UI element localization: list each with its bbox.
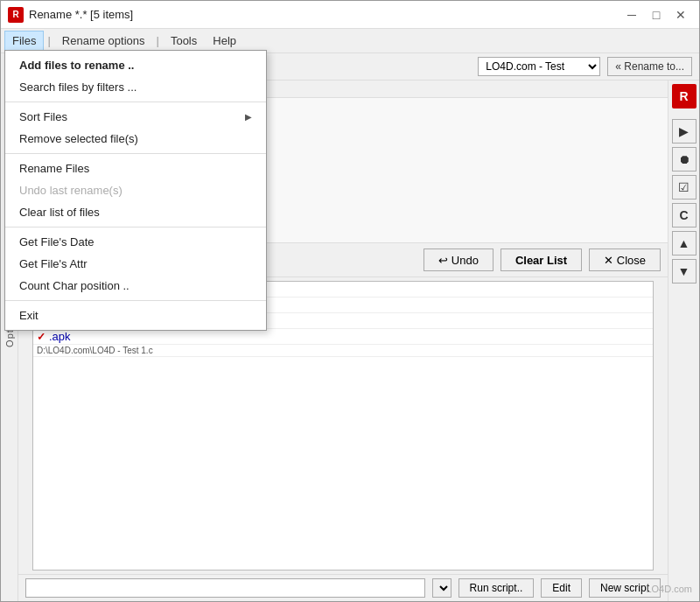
edit-button[interactable]: Edit	[541, 578, 582, 598]
menu-rename-options[interactable]: Rename options	[54, 31, 153, 51]
watermark: LO4D.com	[646, 584, 692, 594]
menu-item-exit[interactable]: Exit	[5, 304, 266, 326]
rename-to-button[interactable]: « Rename to...	[607, 57, 692, 76]
menu-item-get-date[interactable]: Get File's Date	[5, 231, 266, 253]
play-button[interactable]: ▶	[672, 119, 696, 144]
record-button[interactable]: ⏺	[672, 147, 696, 172]
menu-item-undo-rename: Undo last rename(s)	[5, 179, 266, 201]
c-button[interactable]: C	[672, 203, 696, 228]
title-bar-left: R Rename *.* [5 items]	[8, 7, 133, 23]
menu-item-rename-files[interactable]: Rename Files	[5, 158, 266, 179]
files-dropdown-menu: Add files to rename .. Search files by f…	[4, 50, 267, 331]
app-logo: R	[672, 84, 696, 108]
check-button[interactable]: ☑	[672, 175, 696, 200]
file-path: D:\LO4D.com\LO4D - Test 1.c	[37, 346, 153, 355]
main-window: R Rename *.* [5 items] ─ □ ✕ Files | Ren…	[0, 0, 700, 602]
script-dropdown[interactable]	[432, 578, 452, 598]
script-input[interactable]	[25, 578, 425, 598]
menu-divider-1	[5, 102, 266, 102]
menu-divider-4	[5, 300, 266, 301]
menu-item-get-attr[interactable]: Get File's Attr	[5, 253, 266, 275]
menu-item-remove-selected[interactable]: Remove selected file(s)	[5, 128, 266, 150]
menu-divider-3	[5, 227, 266, 228]
menu-item-sort-files[interactable]: Sort Files ▶	[5, 106, 266, 128]
menu-item-add-files[interactable]: Add files to rename ..	[5, 54, 266, 76]
clear-list-button[interactable]: Clear List	[500, 248, 582, 271]
minimize-button[interactable]: ─	[620, 5, 643, 24]
down-button[interactable]: ▼	[672, 259, 696, 284]
list-item-path[interactable]: D:\LO4D.com\LO4D - Test 1.c	[33, 345, 653, 357]
menu-divider-2	[5, 153, 266, 154]
window-title: Rename *.* [5 items]	[29, 8, 133, 21]
menu-item-count-char[interactable]: Count Char position ..	[5, 275, 266, 297]
menu-item-clear-list[interactable]: Clear list of files	[5, 201, 266, 223]
sort-files-arrow: ▶	[245, 112, 252, 122]
maximize-button[interactable]: □	[645, 5, 668, 24]
close-button[interactable]: ✕	[669, 5, 692, 24]
script-bar: Run script.. Edit New script	[18, 574, 668, 601]
menu-item-search-files[interactable]: Search files by filters ...	[5, 76, 266, 98]
right-sidebar: R ▶ ⏺ ☑ C ▲ ▼	[668, 80, 699, 601]
title-bar: R Rename *.* [5 items] ─ □ ✕	[1, 1, 699, 29]
list-item[interactable]: ✓ .apk	[33, 329, 653, 345]
run-script-button[interactable]: Run script..	[458, 578, 535, 598]
profile-dropdown[interactable]: LO4D.com - Test	[478, 57, 600, 76]
up-button[interactable]: ▲	[672, 231, 696, 256]
undo-button[interactable]: ↩ Undo	[424, 248, 494, 271]
menu-help[interactable]: Help	[205, 31, 244, 51]
file-check-icon: ✓	[37, 331, 46, 343]
menu-files[interactable]: Files	[4, 31, 44, 51]
menu-tools[interactable]: Tools	[163, 31, 205, 51]
title-controls: ─ □ ✕	[620, 5, 692, 24]
app-icon: R	[8, 7, 24, 23]
close-button-main[interactable]: ✕ Close	[589, 248, 661, 271]
